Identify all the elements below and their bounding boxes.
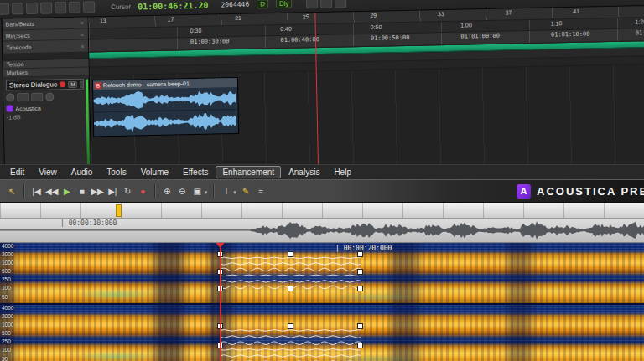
status-badge-d: D <box>257 0 268 8</box>
track-name[interactable]: Stereo Dialogue M S <box>6 79 84 91</box>
fast-forward-icon[interactable]: ▶▶ <box>90 183 104 199</box>
skip-to-start-icon[interactable]: |◀ <box>29 183 44 199</box>
snap-icon[interactable] <box>83 1 95 13</box>
zoom-selection-icon[interactable]: ▣ <box>190 183 205 199</box>
zoom-out-icon[interactable]: ⊖ <box>175 183 190 199</box>
acoustica-toolbar: ↖ |◀ ◀◀ ▶ ■ ▶▶ ▶| ↻ ● ⊕ ⊖ ▣ ▾ I ▾ ✎ ≈ A … <box>0 179 644 203</box>
selection-handle[interactable] <box>288 286 293 291</box>
menu-view[interactable]: View <box>32 166 64 178</box>
env-button[interactable] <box>31 93 43 101</box>
freq-label: 1000 <box>2 322 13 328</box>
freq-label: 2000 <box>2 314 13 320</box>
metronome-icon[interactable] <box>306 0 318 8</box>
loop-icon[interactable]: ↻ <box>121 183 135 199</box>
spectrogram-view: 4000 2000 1000 500 250 100 50 | 00:00:20… <box>0 243 644 361</box>
spectral-selection[interactable] <box>220 254 361 289</box>
menu-volume[interactable]: Volume <box>134 166 175 178</box>
acoustica-window: Edit View Audio Tools Volume Effects Enh… <box>0 164 644 361</box>
skip-to-end-icon[interactable]: ▶| <box>106 183 120 199</box>
selection-handle[interactable] <box>357 269 363 275</box>
time-selection-icon[interactable]: I <box>219 183 233 199</box>
menu-edit[interactable]: Edit <box>3 166 31 178</box>
pan-knob[interactable] <box>6 93 14 101</box>
playback-cursor-flag[interactable] <box>216 243 225 247</box>
audio-item-title: Retouch demo - camera beep-01 <box>103 80 190 88</box>
menu-analysis[interactable]: Analysis <box>282 166 326 178</box>
acoustica-logo-icon: A <box>517 184 531 199</box>
waveform-right <box>94 110 236 134</box>
close-icon[interactable]: ✕ <box>80 20 84 26</box>
overview-time-label: | 00:00:10:000 <box>60 219 117 227</box>
editor-time-ruler[interactable] <box>0 203 644 219</box>
menu-effects[interactable]: Effects <box>176 166 215 178</box>
playback-cursor[interactable] <box>220 243 221 361</box>
status-badge-dly: Dly <box>276 0 293 8</box>
selection-handle[interactable] <box>357 343 363 348</box>
freq-label: 50 <box>2 295 8 301</box>
solo-button[interactable]: S <box>80 80 84 87</box>
freq-label: 250 <box>2 277 11 283</box>
pencil-tool-icon[interactable]: ✎ <box>239 183 253 199</box>
freq-label: 100 <box>2 348 11 353</box>
menu-tools[interactable]: Tools <box>100 166 132 178</box>
audio-item[interactable]: B Retouch demo - camera beep-01 <box>92 77 239 137</box>
spectrogram-right-channel[interactable]: 4000 2000 1000 500 250 100 50 <box>0 303 644 361</box>
mixer-icon[interactable] <box>335 0 346 8</box>
track-control-panel: Stereo Dialogue M S Acoustica <box>3 76 91 164</box>
overview-waveform[interactable]: | 00:00:10:000 <box>0 219 644 243</box>
undo-icon[interactable] <box>55 2 66 13</box>
freq-label: 500 <box>2 269 11 275</box>
track-volume-value[interactable]: -1 dB <box>7 113 85 121</box>
spectral-selection[interactable] <box>220 326 361 361</box>
freq-label: 2000 <box>2 252 13 258</box>
playhead-marker[interactable] <box>116 204 122 217</box>
width-knob[interactable] <box>45 92 54 101</box>
freq-label: 50 <box>2 357 8 361</box>
harmonics-tool-icon[interactable]: ≈ <box>254 183 268 199</box>
new-project-icon[interactable] <box>12 3 23 14</box>
record-icon[interactable]: ● <box>136 183 150 199</box>
record-arm-icon[interactable] <box>60 81 65 87</box>
zoom-in-icon[interactable]: ⊕ <box>160 183 174 199</box>
selection-handle[interactable] <box>357 323 363 329</box>
pointer-tool-icon[interactable]: ↖ <box>5 183 19 199</box>
menu-enhancement[interactable]: Enhancement <box>216 166 281 178</box>
chevron-down-icon[interactable]: ▾ <box>205 189 208 196</box>
item-lock-badge[interactable]: B <box>95 82 101 89</box>
ruler-lane-panel: Bars/Beats✕ Min:Secs✕ Timecode✕ Tempo Ma… <box>2 18 91 164</box>
grid-icon[interactable] <box>320 0 332 8</box>
open-project-icon[interactable] <box>26 3 38 14</box>
arrange-area[interactable]: B Retouch demo - camera beep-01 <box>90 64 644 164</box>
daw-menu-icon[interactable] <box>0 3 9 14</box>
plugin-icon <box>6 105 13 111</box>
sample-position-readout: 2064446 <box>221 0 249 8</box>
selection-handle[interactable] <box>288 323 293 329</box>
selection-handle[interactable] <box>357 251 363 257</box>
mute-button[interactable]: M <box>68 80 77 87</box>
menu-audio[interactable]: Audio <box>65 166 100 178</box>
redo-icon[interactable] <box>69 2 80 13</box>
selection-handle[interactable] <box>288 251 293 257</box>
play-icon[interactable]: ▶ <box>60 183 74 199</box>
freq-label: 4000 <box>2 244 13 250</box>
rewind-icon[interactable]: ◀◀ <box>44 183 59 199</box>
cursor-time-readout: 01:00:46:21.20 <box>138 0 209 11</box>
harmonic-lines <box>220 326 361 361</box>
menu-help[interactable]: Help <box>327 166 358 178</box>
brand-name: ACOUSTICA PREMI <box>537 185 644 198</box>
freq-label: 250 <box>2 339 11 345</box>
freq-label: 1000 <box>2 260 13 266</box>
daw-window: Cursor 01:00:46:21.20 2064446 D Dly CKS … <box>0 0 644 164</box>
save-project-icon[interactable] <box>40 2 52 13</box>
menu-bar: Edit View Audio Tools Volume Effects Enh… <box>0 164 644 179</box>
fx-button[interactable] <box>17 93 29 101</box>
selection-handle[interactable] <box>357 286 363 291</box>
chevron-down-icon[interactable]: ▾ <box>233 189 236 196</box>
close-icon[interactable]: ✕ <box>80 43 85 49</box>
spectrogram-left-channel[interactable]: 4000 2000 1000 500 250 100 50 | 00:00:20… <box>0 243 644 303</box>
close-icon[interactable]: ✕ <box>80 31 85 37</box>
harmonic-lines <box>220 254 361 289</box>
fx-slot[interactable]: Acoustica <box>6 104 84 112</box>
stop-icon[interactable]: ■ <box>75 183 89 199</box>
spectrogram-time-label: | 00:00:20:000 <box>335 245 392 252</box>
